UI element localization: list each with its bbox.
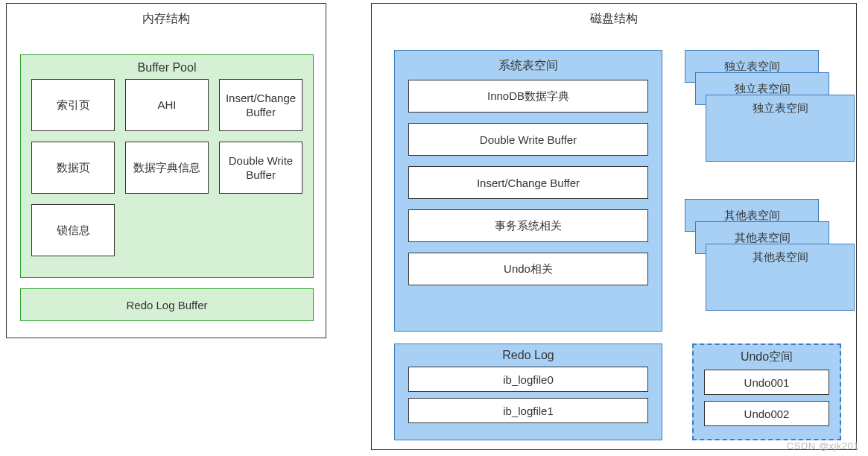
memory-title: 内存结构 [7,4,326,33]
bp-cell-insert-change-buffer: Insert/Change Buffer [219,79,302,131]
independent-ts-label: 独立表空间 [724,60,780,74]
bp-cell-ahi: AHI [125,79,209,131]
watermark: CSDN @xjk201 [787,440,859,452]
system-tablespace-title: 系统表空间 [395,51,662,80]
redo-log-box: Redo Log ib_logfile0 ib_logfile1 [394,343,662,440]
buffer-pool-box: Buffer Pool 索引页 AHI Insert/Change Buffer… [20,54,314,278]
other-ts-layer-1: 其他表空间 [706,244,855,311]
independent-ts-layer-1: 独立表空间 [706,95,855,162]
bp-cell-double-write-buffer: Double Write Buffer [219,142,302,194]
undo-file-0: Undo001 [704,370,829,395]
undo-space-title: Undo空间 [694,345,840,370]
independent-ts-label: 独立表空间 [706,95,854,115]
bp-cell-data-page: 数据页 [31,142,115,194]
sys-item-txn: 事务系统相关 [408,209,648,242]
memory-structure-panel: 内存结构 Buffer Pool 索引页 AHI Insert/Change B… [6,3,326,338]
other-ts-label: 其他表空间 [706,244,854,265]
bp-cell-lock-info: 锁信息 [31,204,115,256]
other-ts-label: 其他表空间 [724,209,780,223]
bp-cell-data-dict: 数据字典信息 [125,142,209,194]
redo-log-file-1: ib_logfile1 [408,398,648,423]
undo-space-box: Undo空间 Undo001 Undo002 [692,343,841,440]
redo-log-title: Redo Log [395,344,662,367]
sys-item-double-write: Double Write Buffer [408,123,648,156]
other-ts-label: 其他表空间 [735,231,791,245]
undo-file-1: Undo002 [704,401,829,426]
independent-tablespace-stack: 独立表空间 独立表空间 独立表空间 [685,50,849,184]
disk-structure-panel: 磁盘结构 系统表空间 InnoDB数据字典 Double Write Buffe… [371,3,857,450]
system-tablespace-box: 系统表空间 InnoDB数据字典 Double Write Buffer Ins… [394,50,662,332]
redo-log-buffer-label: Redo Log Buffer [127,299,208,311]
sys-item-undo: Undo相关 [408,253,648,285]
buffer-pool-title: Buffer Pool [21,55,313,79]
disk-title: 磁盘结构 [372,4,856,33]
other-tablespace-stack: 其他表空间 其他表空间 其他表空间 [685,199,849,333]
independent-ts-label: 独立表空间 [735,82,791,96]
redo-log-file-0: ib_logfile0 [408,367,648,392]
sys-item-data-dict: InnoDB数据字典 [408,80,648,113]
bp-cell-index-page: 索引页 [31,79,115,131]
sys-item-insert-change: Insert/Change Buffer [408,166,648,199]
redo-log-buffer-box: Redo Log Buffer [20,288,314,321]
